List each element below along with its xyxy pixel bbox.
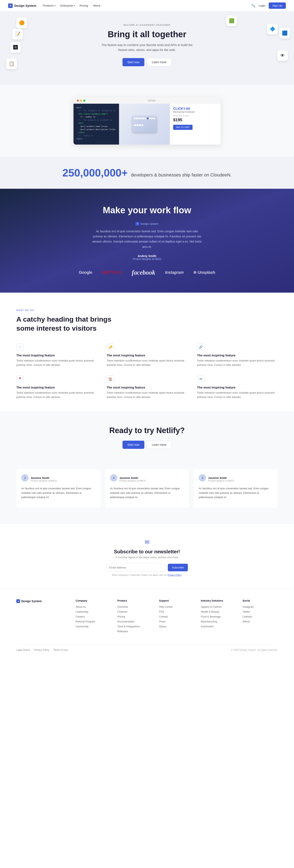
features-title: A catchy heading that brings some intere… — [16, 315, 122, 333]
footer-terms[interactable]: Terms of Use — [53, 649, 68, 651]
cta-section: Ready to try Netlify? Start now Learn mo… — [0, 411, 294, 469]
footer-col-industry-title: Industry Solutions — [201, 599, 236, 602]
testimonial-avatar-2: J — [199, 474, 206, 482]
features-label: WHAT WE DO — [16, 309, 278, 311]
footer-link-features[interactable]: Features — [117, 610, 127, 613]
preview-product-info: CLICKY-84 Mechanical Keyboard NEW RELEAS… — [170, 104, 221, 145]
footer-link-github[interactable]: Github — [243, 620, 250, 623]
footer-privacy-policy[interactable]: Privacy Policy — [34, 649, 49, 651]
login-button[interactable]: Login — [259, 4, 265, 7]
unsplash-logo: ⊕ Unsplash — [193, 270, 215, 275]
privacy-policy-link[interactable]: Privacy Policy — [168, 574, 182, 576]
footer-link-faq[interactable]: FAQ — [159, 610, 164, 613]
footer-link-about[interactable]: About us — [76, 606, 85, 608]
products-chevron-icon: ▾ — [54, 4, 56, 7]
testimonial-avatar-1: J — [110, 474, 117, 482]
stats-text: developers & businesses ship faster on C… — [131, 173, 231, 178]
newsletter-icon: ✉ — [8, 539, 286, 546]
footer-link-community[interactable]: Community — [76, 625, 88, 628]
facebook-logo: facebook — [132, 269, 155, 276]
footer-link-helpcenter[interactable]: Help Center — [159, 606, 173, 608]
footer-link-food[interactable]: Food & Beverage — [201, 615, 221, 618]
nav-enterprise[interactable]: Enterprise ▾ — [61, 4, 75, 7]
footer-link-health[interactable]: Health & Beauty — [201, 610, 219, 613]
testimonial-header-0: J Jasmine Smith Product designer at ABCD — [21, 474, 95, 484]
testimonial-card-2: J Jasmine Smith Product designer at ABCD… — [194, 469, 278, 508]
footer-col-company-title: Company — [76, 599, 111, 602]
search-icon[interactable]: 🔍 — [251, 4, 255, 7]
workflow-author-name: Andrey Smith — [8, 254, 286, 258]
feature-item-3: 📍 The most inspiring feature Tortor inte… — [16, 375, 97, 399]
feature-desc-2: Tortor interdum condimentum nunc molesti… — [197, 359, 278, 367]
nav-pricing[interactable]: Pricing — [80, 4, 88, 7]
hero-description: The fastest way to combine your favorite… — [98, 42, 196, 52]
cta-learn-button[interactable]: Learn more — [147, 441, 172, 449]
nav-about[interactable]: About — [93, 4, 100, 7]
newsletter-email-input[interactable] — [106, 564, 166, 571]
cta-buttons: Start now Learn more — [8, 441, 286, 449]
price-label: NEW RELEASE — [173, 115, 217, 117]
feature-desc-5: Tortor interdum condimentum nunc molesti… — [197, 391, 278, 399]
newsletter-subscribe-button[interactable]: Subscribe — [168, 564, 188, 571]
add-to-cart-button[interactable]: ADD TO CART — [173, 125, 192, 130]
feature-icon-1: 🔑 — [107, 343, 114, 351]
cta-title: Ready to try Netlify? — [8, 426, 286, 435]
footer-link-tools[interactable]: Tools & Integrations — [117, 625, 140, 628]
cta-start-button[interactable]: Start now — [122, 441, 144, 449]
testimonials-section: J Jasmine Smith Product designer at ABCD… — [0, 469, 294, 524]
hero-learn-button[interactable]: Learn more — [147, 58, 172, 66]
feature-desc-4: Tortor interdum condimentum nunc molesti… — [107, 391, 187, 399]
footer-link-leadership[interactable]: Leadership — [76, 610, 88, 613]
hero-subtitle: BECOME A LEGENDARY DESIGNER — [8, 24, 286, 26]
preview-keyboard-image — [119, 104, 170, 145]
footer-logo-icon: ⊗ — [16, 599, 20, 603]
footer-link-referral[interactable]: Referral Program — [76, 620, 95, 623]
footer-link-twitter[interactable]: Twitter — [243, 610, 250, 613]
preview-content: <div> <!-- for category in categories %>… — [73, 104, 221, 145]
footer-col-social: Social Instagram Twitter LinkedIn Github — [243, 599, 278, 634]
features-grid: ♡ The most inspiring feature Tortor inte… — [16, 343, 278, 399]
footer-link-pricing[interactable]: Pricing — [117, 615, 125, 618]
workflow-quote: Ac faucibus orci id quis consectetur lao… — [92, 229, 202, 249]
feature-title-5: The most inspiring feature — [197, 385, 278, 389]
footer-link-releases[interactable]: Releases — [117, 630, 128, 633]
feature-item-5: ✉ The most inspiring feature Tortor inte… — [197, 375, 278, 399]
footer-link-linkedin[interactable]: LinkedIn — [243, 615, 252, 618]
footer-link-apparel[interactable]: Apparel & Fashion — [201, 606, 222, 608]
footer-link-status[interactable]: Status — [159, 625, 166, 628]
nav-products[interactable]: Products ▾ — [43, 4, 56, 7]
testimonial-avatar-0: J — [21, 474, 29, 482]
feature-icon-4: 🏠 — [107, 375, 114, 383]
feature-item-4: 🏠 The most inspiring feature Tortor inte… — [107, 375, 187, 399]
feature-desc-0: Tortor interdum condimentum nunc molesti… — [16, 359, 97, 367]
footer-link-manufacturing[interactable]: Manufacturing — [201, 620, 217, 623]
footer-link-docs[interactable]: Documentation — [117, 620, 135, 623]
preview-code-panel: <div> <!-- for category in categories %>… — [73, 104, 119, 145]
footer-link-press[interactable]: Press — [159, 620, 166, 623]
footer-link-instagram[interactable]: Instagram — [243, 606, 254, 608]
testimonial-card-0: J Jasmine Smith Product designer at ABCD… — [16, 469, 100, 508]
hero-start-button[interactable]: Start now — [122, 58, 144, 66]
footer-link-overview[interactable]: Overview — [117, 606, 128, 608]
preview-brand: alt/opt — [86, 99, 217, 102]
footer-link-careers[interactable]: Careers — [76, 615, 84, 618]
testimonial-role-0: Product designer at ABCD — [31, 479, 57, 482]
footer-copyright: © 2020 Design System. All rights reserve… — [231, 649, 278, 651]
feature-desc-3: Tortor interdum condimentum nunc molesti… — [16, 391, 97, 399]
feature-item-0: ♡ The most inspiring feature Tortor inte… — [16, 343, 97, 367]
footer-brand: ⊗ Design System — [16, 599, 69, 634]
footer-link-contact[interactable]: Contact — [159, 615, 168, 618]
nav-logo[interactable]: ⊗ Design System — [8, 3, 36, 8]
feature-title-0: The most inspiring feature — [16, 353, 97, 357]
keyboard-visual — [132, 116, 157, 132]
workflow-title: Make your work flow — [8, 205, 286, 215]
nav-left: ⊗ Design System Products ▾ Enterprise ▾ … — [8, 3, 100, 8]
stats-section: 250,000,000+ developers & businesses shi… — [0, 157, 294, 189]
signup-button[interactable]: Sign Up — [269, 2, 286, 9]
feature-icon-2: 🔗 — [197, 343, 205, 351]
footer-logo[interactable]: ⊗ Design System — [16, 599, 69, 603]
footer-link-automotive[interactable]: Automotive — [201, 625, 214, 628]
feature-title-4: The most inspiring feature — [107, 385, 187, 389]
footer-legal-notice[interactable]: Legal Notice — [16, 649, 30, 651]
preview-card: alt/opt <div> <!-- for category in categ… — [73, 97, 221, 145]
